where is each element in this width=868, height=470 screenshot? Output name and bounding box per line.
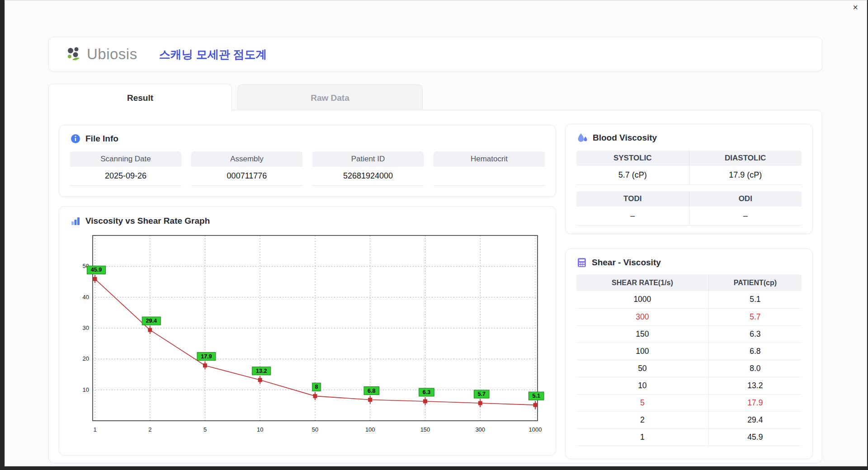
- viscosity-chart: 10203040501251050100150300100045.929.417…: [70, 231, 545, 442]
- shear-rate-cell: 1: [576, 428, 708, 446]
- field-label: Patient ID: [312, 151, 424, 167]
- patient-cell: 6.8: [708, 343, 802, 360]
- svg-text:40: 40: [83, 294, 89, 301]
- field-hematocrit: Hematocrit: [434, 151, 545, 186]
- odi-value: –: [689, 207, 802, 226]
- tab-raw-data[interactable]: Raw Data: [237, 85, 423, 111]
- shear-rate-cell: 5: [576, 394, 708, 411]
- svg-text:13.2: 13.2: [256, 368, 267, 374]
- app-window: × Ubiosis 스캐닝 모세관 점도계 Result Raw Data: [5, 0, 867, 466]
- table-row: 3005.7: [576, 308, 802, 325]
- patient-cell: 5.1: [708, 291, 802, 308]
- diastolic-label: DIASTOLIC: [689, 150, 802, 166]
- tab-result[interactable]: Result: [48, 84, 232, 112]
- shear-viscosity-title: Shear - Viscosity: [592, 258, 661, 268]
- shear-rate-cell: 1000: [576, 291, 708, 308]
- content-panel: File Info Scanning Date 2025-09-26 Assem…: [48, 110, 822, 463]
- shear-rate-cell: 150: [576, 325, 708, 343]
- close-icon[interactable]: ×: [849, 1, 861, 13]
- field-scanning-date: Scanning Date 2025-09-26: [70, 151, 181, 186]
- shear-rate-cell: 300: [576, 308, 708, 325]
- svg-text:10: 10: [257, 426, 263, 433]
- page-title: 스캐닝 모세관 점도계: [159, 47, 267, 62]
- logo-text: Ubiosis: [87, 46, 137, 63]
- patient-cell: 13.2: [708, 377, 802, 394]
- table-row: 517.9: [576, 394, 802, 411]
- svg-text:50: 50: [312, 426, 318, 433]
- field-assembly: Assembly 000711776: [191, 151, 302, 186]
- shear-rate-cell: 10: [576, 377, 708, 394]
- blood-viscosity-card: Blood Viscosity SYSTOLIC DIASTOLIC 5.7 (…: [565, 124, 813, 234]
- svg-text:300: 300: [475, 426, 485, 433]
- calculator-icon: [576, 257, 587, 268]
- table-row: 1013.2: [576, 377, 802, 394]
- odi-label: ODI: [689, 191, 802, 207]
- patient-cell: 45.9: [708, 428, 802, 446]
- svg-text:17.9: 17.9: [201, 353, 212, 360]
- field-value: [434, 167, 545, 186]
- field-patient-id: Patient ID 52681924000: [312, 151, 424, 186]
- info-icon: [70, 133, 81, 144]
- field-value: 2025-09-26: [70, 167, 181, 186]
- graph-title: Viscosity vs Shear Rate Graph: [85, 216, 210, 226]
- systolic-label: SYSTOLIC: [576, 150, 689, 166]
- droplet-icon: [576, 132, 588, 143]
- patient-cell: 5.7: [708, 308, 802, 325]
- table-row: 1006.8: [576, 343, 802, 360]
- bar-chart-icon: [70, 216, 81, 226]
- patient-cell: 8.0: [708, 360, 802, 377]
- table-row: 508.0: [576, 360, 802, 377]
- svg-text:1000: 1000: [529, 426, 542, 433]
- table-row: 145.9: [576, 428, 802, 446]
- shear-viscosity-card: Shear - Viscosity SHEAR RATE(1/s) PATIEN…: [565, 249, 813, 459]
- svg-text:5: 5: [203, 426, 207, 433]
- svg-text:29.4: 29.4: [146, 318, 157, 324]
- svg-text:8: 8: [315, 384, 318, 390]
- systolic-value: 5.7 (cP): [576, 166, 689, 185]
- field-value: 000711776: [191, 167, 302, 186]
- logo-mark-icon: [64, 44, 84, 64]
- shear-rate-cell: 50: [576, 360, 708, 377]
- shear-rate-cell: 100: [576, 343, 708, 360]
- column-header-patient: PATIENT(cp): [708, 274, 802, 291]
- patient-cell: 29.4: [708, 411, 802, 428]
- table-row: 1506.3: [576, 325, 802, 343]
- patient-cell: 6.3: [708, 325, 802, 343]
- field-label: Assembly: [191, 151, 302, 167]
- svg-text:6.3: 6.3: [423, 389, 430, 395]
- svg-text:30: 30: [83, 324, 89, 331]
- file-info-card: File Info Scanning Date 2025-09-26 Assem…: [59, 125, 556, 197]
- field-value: 52681924000: [312, 167, 424, 186]
- svg-text:2: 2: [148, 426, 151, 433]
- field-label: Hematocrit: [434, 151, 545, 167]
- svg-text:45.9: 45.9: [91, 267, 102, 273]
- shear-viscosity-table: SHEAR RATE(1/s) PATIENT(cp) 10005.13005.…: [576, 274, 802, 446]
- svg-text:5.7: 5.7: [478, 391, 486, 397]
- viscosity-graph-card: Viscosity vs Shear Rate Graph 1020304050…: [59, 206, 556, 456]
- svg-text:6.8: 6.8: [368, 388, 375, 394]
- column-header-shear-rate: SHEAR RATE(1/s): [576, 274, 708, 291]
- todi-label: TODI: [576, 191, 689, 207]
- svg-text:20: 20: [83, 355, 89, 362]
- svg-text:10: 10: [83, 386, 89, 393]
- table-row: 229.4: [576, 411, 802, 428]
- shear-rate-cell: 2: [576, 411, 708, 428]
- file-info-title: File Info: [85, 134, 118, 144]
- app-logo: Ubiosis: [64, 44, 137, 64]
- diastolic-value: 17.9 (cP): [689, 166, 802, 185]
- header-card: Ubiosis 스캐닝 모세관 점도계: [48, 37, 822, 72]
- blood-viscosity-title: Blood Viscosity: [593, 133, 657, 143]
- todi-value: –: [576, 207, 689, 226]
- field-label: Scanning Date: [70, 151, 181, 167]
- svg-text:100: 100: [365, 426, 375, 433]
- svg-text:5.1: 5.1: [533, 393, 540, 399]
- svg-text:1: 1: [93, 426, 96, 433]
- patient-cell: 17.9: [708, 394, 802, 411]
- svg-text:150: 150: [420, 426, 430, 433]
- table-row: 10005.1: [576, 291, 802, 308]
